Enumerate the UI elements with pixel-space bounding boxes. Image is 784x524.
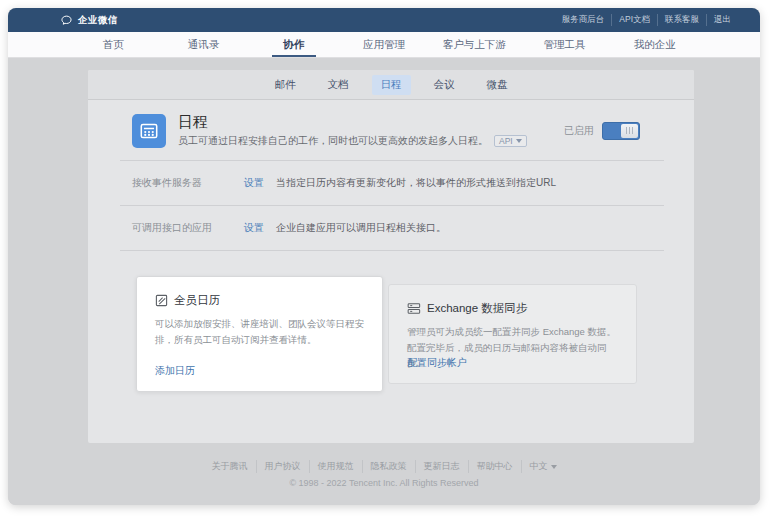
callback-server-settings-link[interactable]: 设置 xyxy=(244,176,264,190)
tab-mail[interactable]: 邮件 xyxy=(266,75,305,95)
copyright-text: © 1998 - 2022 Tencent Inc. All Rights Re… xyxy=(8,478,760,488)
app-logo[interactable]: 企业微信 xyxy=(60,14,118,27)
nav-item-customers[interactable]: 客户与上下游 xyxy=(429,32,519,57)
setting-description: 企业自建应用可以调用日程相关接口。 xyxy=(276,221,446,235)
app-header: 日程 员工可通过日程安排自己的工作，同时也可以更高效的发起多人日程。 API 已… xyxy=(88,100,694,160)
card-title-row: Exchange 数据同步 xyxy=(407,301,618,316)
card-title-row: 全员日历 xyxy=(155,293,364,308)
api-apps-settings-link[interactable]: 设置 xyxy=(244,221,264,235)
app-description: 员工可通过日程安排自己的工作，同时也可以更高效的发起多人日程。 xyxy=(178,134,488,148)
footer-links: 关于腾讯 用户协议 使用规范 隐私政策 更新日志 帮助中心 中文 xyxy=(204,460,565,473)
topbar-links: 服务商后台 API文档 联系客服 退出 xyxy=(555,14,738,26)
footer-link-privacy-policy[interactable]: 隐私政策 xyxy=(363,460,416,473)
nav-item-collaboration[interactable]: 协作 xyxy=(249,32,339,57)
card-exchange-sync: Exchange 数据同步 管理员可为成员统一配置并同步 Exchange 数据… xyxy=(388,284,637,384)
card-title: Exchange 数据同步 xyxy=(427,301,527,316)
chat-bubble-icon xyxy=(60,14,73,27)
setting-row-api-apps: 可调用接口的应用 设置 企业自建应用可以调用日程相关接口。 xyxy=(88,206,694,250)
footer-link-help-center[interactable]: 帮助中心 xyxy=(469,460,522,473)
nav-item-my-company[interactable]: 我的企业 xyxy=(610,32,700,57)
app-logo-label: 企业微信 xyxy=(78,14,118,27)
setting-row-callback-server: 接收事件服务器 设置 当指定日历内容有更新变化时，将以事件的形式推送到指定URL xyxy=(88,161,694,205)
browser-window: 企业微信 服务商后台 API文档 联系客服 退出 首页 通讯录 协作 应用管理 … xyxy=(8,8,760,505)
tab-meeting[interactable]: 会议 xyxy=(425,75,464,95)
enabled-toggle[interactable] xyxy=(602,122,640,140)
nav-item-contacts[interactable]: 通讯录 xyxy=(158,32,248,57)
footer-link-about[interactable]: 关于腾讯 xyxy=(204,460,257,473)
api-badge-label: API xyxy=(499,136,513,146)
topbar-link-provider-console[interactable]: 服务商后台 xyxy=(555,14,613,26)
topbar: 企业微信 服务商后台 API文档 联系客服 退出 xyxy=(8,8,760,32)
page-footer: 关于腾讯 用户协议 使用规范 隐私政策 更新日志 帮助中心 中文 © 1998 … xyxy=(8,455,760,488)
card-description: 可以添加放假安排、讲座培训、团队会议等日程安排，所有员工可自动订阅并查看详情。 xyxy=(155,316,364,347)
exchange-sync-icon xyxy=(407,302,421,315)
tab-docs[interactable]: 文档 xyxy=(319,75,358,95)
nav-item-app-management[interactable]: 应用管理 xyxy=(339,32,429,57)
card-title: 全员日历 xyxy=(174,293,220,308)
topbar-link-api-docs[interactable]: API文档 xyxy=(612,14,658,26)
content-area: 邮件 文档 日程 会议 微盘 xyxy=(8,59,760,505)
footer-link-user-agreement[interactable]: 用户协议 xyxy=(257,460,310,473)
page-title: 日程 xyxy=(178,113,527,131)
tab-calendar[interactable]: 日程 xyxy=(372,75,411,95)
tab-drive[interactable]: 微盘 xyxy=(478,75,517,95)
caret-down-icon xyxy=(516,139,522,143)
topbar-link-contact-support[interactable]: 联系客服 xyxy=(658,14,707,26)
status-label: 已启用 xyxy=(564,124,594,138)
configure-sync-account-link[interactable]: 配置同步帐户 xyxy=(407,356,467,370)
toggle-knob xyxy=(621,124,638,138)
sub-tabstrip: 邮件 文档 日程 会议 微盘 xyxy=(88,70,694,100)
collaboration-panel: 邮件 文档 日程 会议 微盘 xyxy=(88,70,694,443)
primary-nav: 首页 通讯录 协作 应用管理 客户与上下游 管理工具 我的企业 xyxy=(8,32,760,58)
shared-calendar-icon xyxy=(155,294,168,307)
nav-item-admin-tools[interactable]: 管理工具 xyxy=(519,32,609,57)
setting-label: 可调用接口的应用 xyxy=(132,221,244,235)
card-company-calendar: 全员日历 可以添加放假安排、讲座培训、团队会议等日程安排，所有员工可自动订阅并查… xyxy=(136,276,383,392)
calendar-app-icon xyxy=(132,114,166,148)
divider xyxy=(120,250,664,251)
topbar-link-logout[interactable]: 退出 xyxy=(707,14,738,26)
footer-link-changelog[interactable]: 更新日志 xyxy=(416,460,469,473)
footer-language-selector[interactable]: 中文 xyxy=(522,460,565,473)
caret-down-icon xyxy=(551,465,557,469)
app-meta: 日程 员工可通过日程安排自己的工作，同时也可以更高效的发起多人日程。 API xyxy=(178,113,527,148)
footer-language-label: 中文 xyxy=(530,461,548,471)
api-badge-button[interactable]: API xyxy=(494,135,527,147)
footer-link-usage-rules[interactable]: 使用规范 xyxy=(310,460,363,473)
app-status: 已启用 xyxy=(564,122,640,140)
nav-item-home[interactable]: 首页 xyxy=(68,32,158,57)
setting-label: 接收事件服务器 xyxy=(132,176,244,190)
add-calendar-link[interactable]: 添加日历 xyxy=(155,364,195,378)
setting-description: 当指定日历内容有更新变化时，将以事件的形式推送到指定URL xyxy=(276,176,556,190)
